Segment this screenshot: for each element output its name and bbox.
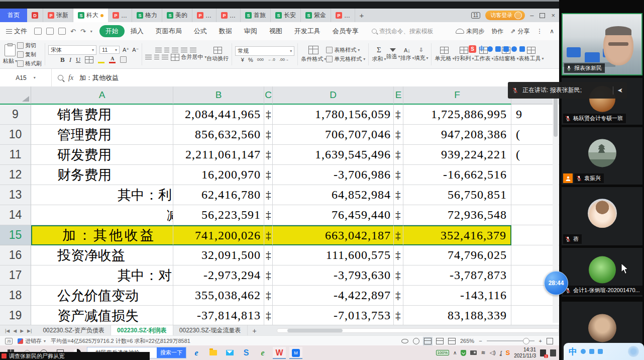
save-icon[interactable]: [34, 28, 42, 35]
meeting-app-icon[interactable]: M: [289, 347, 302, 359]
participant-tile[interactable]: 袁振兴: [562, 127, 642, 185]
share-button[interactable]: ⇗ 分享: [510, 27, 529, 36]
document-tab[interactable]: S紫金: [301, 9, 331, 22]
worksheet-tab[interactable]: 002230.SZ-资产负债表: [37, 325, 111, 336]
inventory-mode-button[interactable]: 进销存▾: [18, 337, 46, 345]
document-tab[interactable]: S长安: [271, 9, 301, 22]
edge-browser-icon[interactable]: e: [190, 347, 203, 359]
cell-c-clipped[interactable]: ‡: [264, 265, 273, 286]
bold-button[interactable]: B: [60, 56, 65, 64]
borders-icon[interactable]: [85, 56, 93, 63]
document-tab[interactable]: P…: [108, 9, 132, 22]
sort-button[interactable]: A↓排序▾: [400, 47, 414, 62]
highlight-color-icon[interactable]: [98, 56, 104, 63]
cell-f[interactable]: 939,224,221: [403, 145, 511, 165]
print-icon[interactable]: [46, 28, 54, 35]
worksheet-tab[interactable]: 002230.SZ-利润表: [111, 325, 173, 336]
paste-button[interactable]: 粘贴▾: [3, 44, 17, 65]
horizontal-scrollbar[interactable]: [277, 328, 559, 333]
font-color-icon[interactable]: A: [109, 56, 116, 63]
conditional-format-button[interactable]: 条件格式▾: [301, 46, 326, 63]
menu-tab-0[interactable]: 开始: [99, 25, 125, 37]
sogou-ime-tray-icon[interactable]: S: [506, 349, 510, 356]
locate-icon[interactable]: [413, 338, 419, 344]
worksheet-tab[interactable]: 002230.SZ-现金流量表: [173, 325, 248, 336]
column-header[interactable]: D: [273, 86, 394, 105]
cell-a[interactable]: 加：其他收益: [31, 225, 173, 245]
close-button[interactable]: ×: [551, 12, 555, 19]
align-top-icon[interactable]: [155, 48, 162, 52]
cell-a[interactable]: 财务费用: [31, 165, 173, 185]
participant-tile[interactable]: 报表张新民: [562, 13, 642, 75]
align-left-icon[interactable]: [145, 55, 152, 59]
decrease-decimal-icon[interactable]: .00→: [279, 57, 289, 62]
fx-icon[interactable]: fx: [68, 74, 73, 82]
hscroll-thumb[interactable]: [287, 329, 343, 332]
participant-tile[interactable]: 蓓: [562, 187, 642, 245]
participant-tile[interactable]: 会计1-张炳瑄-202001470...: [562, 248, 642, 297]
cell-style-button[interactable]: 单元格样式▾: [326, 55, 365, 63]
cell-b[interactable]: 56,223,591: [173, 205, 264, 225]
cell-c-clipped[interactable]: ‡: [264, 306, 273, 325]
first-sheet-icon[interactable]: |◀: [5, 328, 10, 333]
cell-a[interactable]: 资产减值损失: [31, 306, 173, 325]
eraser-icon[interactable]: [120, 56, 127, 63]
cell-b[interactable]: 62,416,780: [173, 185, 264, 205]
notification-doc-icon[interactable]: 1: [540, 349, 546, 356]
select-all-corner[interactable]: [0, 86, 31, 105]
align-middle-icon[interactable]: [164, 48, 169, 52]
cell-a[interactable]: 其中：对: [31, 265, 173, 286]
menu-tab-6[interactable]: 视图: [263, 25, 288, 37]
row-number[interactable]: 19: [0, 306, 31, 325]
percent-icon[interactable]: %: [248, 57, 253, 63]
file-menu[interactable]: 文件: [0, 27, 32, 36]
cell-f[interactable]: 947,208,386: [403, 125, 511, 145]
sogou-browser-icon[interactable]: S: [240, 347, 253, 359]
number-format-select[interactable]: 常规▾: [235, 46, 294, 56]
cell-f[interactable]: 83,188,339: [403, 306, 511, 325]
meeting-timer-bubble[interactable]: 28:44: [544, 271, 568, 295]
cell-e-clipped[interactable]: ‡: [394, 105, 403, 125]
cell-b[interactable]: 2,211,061,147: [173, 145, 264, 165]
search-go-button[interactable]: 搜索一下: [157, 347, 186, 358]
row-number[interactable]: 11: [0, 145, 31, 165]
cell-d[interactable]: 1,780,156,059: [273, 105, 394, 125]
cell-e-clipped[interactable]: ‡: [394, 245, 403, 265]
document-tab[interactable]: S格力: [132, 9, 162, 22]
thousands-icon[interactable]: 000: [257, 57, 264, 62]
grow-font-icon[interactable]: A⁺: [123, 47, 129, 53]
volume-icon[interactable]: ◁): [490, 349, 496, 356]
underline-button[interactable]: U: [76, 56, 80, 64]
cell-a[interactable]: 投资净收益: [31, 245, 173, 265]
cell-g-partial[interactable]: [511, 225, 559, 245]
cell-c-clipped[interactable]: ‡: [264, 225, 273, 245]
document-tab[interactable]: D: [27, 9, 43, 22]
zoom-slider-thumb[interactable]: [523, 338, 529, 344]
italic-button[interactable]: I: [69, 56, 71, 64]
cell-c-clipped[interactable]: ‡: [264, 286, 273, 306]
merge-center-button[interactable]: 合并居中▾: [171, 53, 206, 61]
cell-e-clipped[interactable]: ‡: [394, 265, 403, 286]
cell-d[interactable]: 76,459,440: [273, 205, 394, 225]
home-tab[interactable]: 首页: [0, 9, 27, 22]
cell-d[interactable]: -3,706,986: [273, 165, 394, 185]
guest-login-button[interactable]: 访客登录: [485, 11, 525, 20]
cell-c-clipped[interactable]: ‡: [264, 185, 273, 205]
cell-d[interactable]: -3,793,630: [273, 265, 394, 286]
cell-b[interactable]: 2,084,441,965: [173, 105, 264, 125]
cell-a[interactable]: 研发费用: [31, 145, 173, 165]
cell-a[interactable]: 管理费用: [31, 125, 173, 145]
row-number[interactable]: 12: [0, 165, 31, 185]
menu-tab-5[interactable]: 审阅: [238, 25, 263, 37]
cell-d[interactable]: 706,707,046: [273, 125, 394, 145]
cell-c-clipped[interactable]: ‡: [264, 125, 273, 145]
column-header[interactable]: E: [394, 86, 403, 105]
cell-b[interactable]: 16,200,970: [173, 165, 264, 185]
wifi-icon[interactable]: ≋: [481, 349, 485, 356]
cell-e-clipped[interactable]: ‡: [394, 306, 403, 325]
cell-e-clipped[interactable]: ‡: [394, 125, 403, 145]
more-menu-icon[interactable]: ⋮: [536, 28, 543, 35]
document-tab[interactable]: S美的: [162, 9, 192, 22]
menu-tab-2[interactable]: 页面布局: [150, 25, 188, 37]
mail-app-icon[interactable]: [223, 347, 236, 359]
